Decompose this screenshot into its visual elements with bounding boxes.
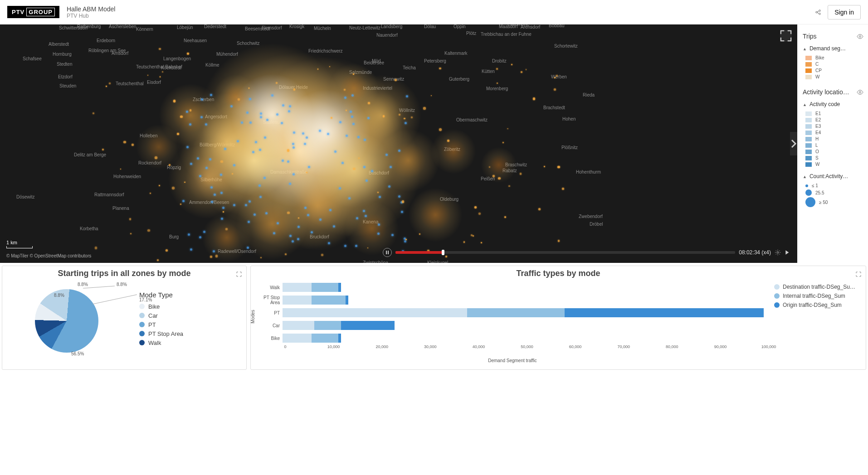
- time-display: 08:02:34 (x4): [739, 249, 771, 256]
- map-place-label: Korbetha: [80, 226, 98, 231]
- legend-item[interactable]: C: [805, 62, 863, 67]
- map-place-label: Schochwitz: [237, 41, 260, 46]
- bar-row[interactable]: Car: [256, 319, 769, 332]
- map-place-label: Drobitz: [492, 58, 507, 63]
- pause-button[interactable]: [383, 248, 392, 257]
- map-place-label: Holleben: [140, 133, 157, 138]
- pie-chart[interactable]: 8.8% 8.8% 17.1% 56.5% 8.8%: [8, 281, 126, 358]
- map-place-label: Nauendorf: [376, 33, 398, 38]
- legend-item[interactable]: Bike: [139, 303, 183, 310]
- legend-item[interactable]: Walk: [139, 339, 183, 346]
- map-place-label: Aschersleben: [109, 24, 137, 29]
- map-place-label: Arensdorf: [521, 24, 540, 29]
- map-place-label: Petersberg: [424, 58, 446, 63]
- legend-item[interactable]: H: [805, 136, 863, 141]
- gear-icon[interactable]: [775, 249, 781, 256]
- signin-button[interactable]: Sign in: [828, 5, 861, 19]
- map-place-label: Eisdorf: [147, 80, 161, 85]
- sidebar: Trips ▲Demand seg… BikeCCPW Activity loc…: [797, 24, 868, 263]
- scale-bar: 1 km: [6, 240, 33, 248]
- fullscreen-button[interactable]: [780, 30, 792, 42]
- map-place-label: Radewell/Osendorf: [218, 249, 256, 254]
- legend-item[interactable]: Internal traffic-DSeg_Sum: [774, 293, 860, 299]
- group-header-activity-code[interactable]: ▲Activity code: [803, 101, 863, 107]
- share-icon[interactable]: [815, 9, 821, 15]
- sidebar-collapse-button[interactable]: [790, 132, 797, 155]
- map-place-label: Plötz: [466, 31, 476, 36]
- map-place-label: Hohen: [562, 116, 575, 121]
- legend-item[interactable]: E4: [805, 130, 863, 135]
- legend-item[interactable]: E2: [805, 117, 863, 122]
- map-place-label: Erdeborn: [97, 38, 115, 43]
- legend-item[interactable]: W: [805, 74, 863, 79]
- map-attribution: © MapTiler © OpenStreetMap contributors: [6, 253, 91, 258]
- map-place-label: Plößnitz: [561, 145, 578, 150]
- bar-row[interactable]: Bike: [256, 332, 769, 344]
- legend-item[interactable]: L: [805, 143, 863, 148]
- animation-player: 08:02:34 (x4): [383, 247, 791, 257]
- bar-chart[interactable]: Modes WalkPT Stop AreaPTCarBike 010,0002…: [256, 281, 769, 361]
- map-place-label: Dederstedt: [204, 24, 226, 29]
- map-place-label: Löbejün: [177, 25, 193, 30]
- map-place-label: Dröbel: [590, 222, 603, 227]
- visibility-toggle-activity[interactable]: [857, 89, 863, 96]
- playback-next-icon[interactable]: [785, 249, 791, 256]
- legend-item[interactable]: PT: [139, 321, 183, 328]
- map-place-label: Flemsdorf: [262, 25, 282, 30]
- legend-item[interactable]: E1: [805, 111, 863, 116]
- map-place-label: Zöberitz: [444, 147, 460, 152]
- legend-item[interactable]: PT Stop Area: [139, 330, 183, 337]
- map-place-label: Sennewitz: [383, 77, 404, 82]
- map-place-label: Hohenweiden: [113, 174, 141, 179]
- map-place-label: Dölau: [424, 24, 436, 29]
- map-place-label: Rockendorf: [138, 160, 161, 165]
- map-place-label: Burg: [169, 234, 179, 239]
- legend-item[interactable]: CP: [805, 68, 863, 73]
- legend-size-item[interactable]: 25.5: [805, 189, 863, 196]
- expand-icon[interactable]: [236, 271, 242, 276]
- legend-item[interactable]: W: [805, 162, 863, 167]
- map-place-label: Ammendorf/Beesen: [189, 200, 229, 205]
- legend-size-item[interactable]: ≥ 50: [805, 197, 863, 207]
- map-place-label: Teutschenthal: [116, 81, 144, 86]
- bar-chart-panel: Traffic types by mode Modes WalkPT Stop …: [250, 266, 866, 370]
- group-header-demand[interactable]: ▲Demand seg…: [803, 45, 863, 52]
- map-place-label: Mühendorf: [216, 52, 238, 57]
- legend-item[interactable]: Origin traffic-DSeg_Sum: [774, 302, 860, 308]
- map-place-label: Delitz am Berge: [74, 152, 106, 157]
- legend-item[interactable]: Car: [139, 312, 183, 319]
- svg-point-0: [816, 11, 818, 13]
- legend-item[interactable]: Bike: [805, 55, 863, 60]
- map-place-label: Angersdort: [205, 114, 227, 119]
- svg-point-6: [859, 35, 861, 37]
- bar-row[interactable]: PT: [256, 306, 769, 319]
- map-place-label: Industrieviertel: [363, 86, 392, 91]
- legend-item[interactable]: O: [805, 149, 863, 154]
- map-place-label: Guterberg: [449, 77, 469, 82]
- map-viewport[interactable]: SchwittersdorfRothenburgAscherslebenKönn…: [0, 24, 797, 263]
- legend-item[interactable]: S: [805, 155, 863, 160]
- bar-row[interactable]: PT Stop Area: [256, 294, 769, 306]
- legend-item[interactable]: E3: [805, 124, 863, 129]
- timeline-slider[interactable]: [395, 251, 735, 254]
- map-place-label: Salzmünde: [349, 70, 372, 75]
- map-place-label: Kaltenmark: [444, 51, 468, 56]
- map-place-label: Rieda: [583, 92, 595, 97]
- map-place-label: Planena: [112, 206, 129, 211]
- map-place-label: Wöllnitz: [399, 108, 415, 113]
- map-place-label: Kleinkugel: [427, 260, 448, 263]
- svg-point-2: [819, 13, 821, 15]
- map-place-label: Köchstedt: [161, 65, 181, 70]
- legend-item[interactable]: Destination traffic-DSeg_Su…: [774, 284, 860, 290]
- expand-icon[interactable]: [856, 271, 861, 276]
- group-header-activity-count[interactable]: ▲Count:Activity…: [803, 173, 863, 179]
- map-place-label: Silberhöhe: [200, 177, 222, 182]
- map-place-label: Bruckdorf: [310, 234, 329, 239]
- panel-title-activity: Activity locatio…: [803, 88, 849, 96]
- visibility-toggle-trips[interactable]: [857, 33, 863, 40]
- svg-line-3: [817, 11, 819, 12]
- legend-size-item[interactable]: ≤ 1: [805, 183, 863, 188]
- bar-row[interactable]: Walk: [256, 281, 769, 294]
- map-place-label: Etzdorf: [58, 74, 73, 79]
- map-place-label: Peißen: [481, 176, 495, 181]
